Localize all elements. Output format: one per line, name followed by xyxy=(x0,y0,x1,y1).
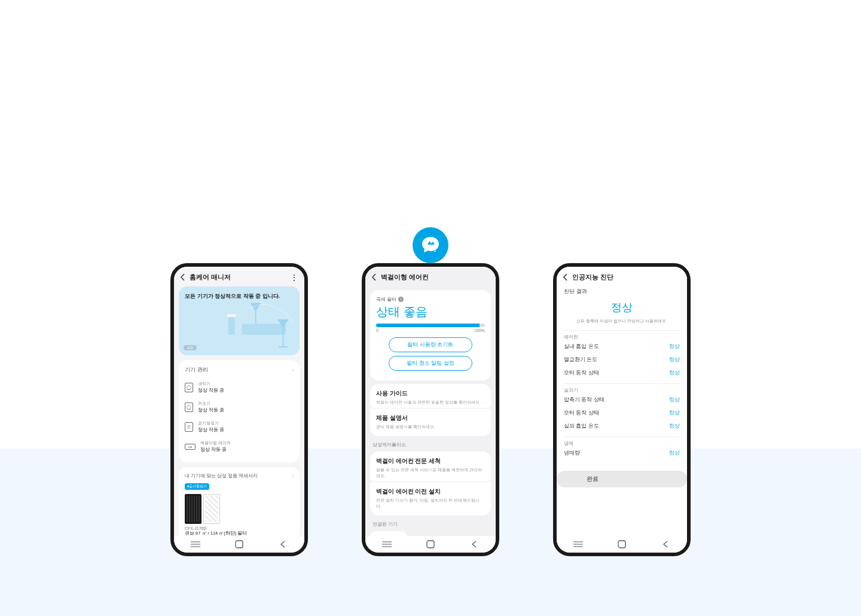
air-purifier-icon: ▯ xyxy=(185,422,193,432)
phone-homecare-manager: 홈케어 매니저 ⋮ 모든 기기가 정상적으로 작동 중 입니다. 1 xyxy=(170,263,308,556)
install-service-item[interactable]: 벽걸이 에어컨 이전 설치 전문 설치 기사가 철거, 이동, 설치까지 한 번… xyxy=(370,481,491,516)
recents-icon[interactable] xyxy=(381,541,392,547)
diag-value: 정상 xyxy=(669,370,680,377)
install-sub: 전문 설치 기사가 철거, 이동, 설치까지 한 번에 해드립니다. xyxy=(376,498,485,510)
connected-label: 연결된 기기 xyxy=(373,522,488,527)
accessory-title: 내 기기에 맞는 삼성 정품 액세서리 xyxy=(185,473,258,479)
device-care-title: 기기 관리 xyxy=(185,366,208,374)
back-icon[interactable] xyxy=(180,274,185,281)
back-icon[interactable] xyxy=(371,274,376,281)
done-button[interactable]: 완료 xyxy=(557,471,687,487)
wash-sub: 맡을 수 있는 전문 세척 서비스로 제품을 깨끗하게 관리하세요. xyxy=(376,467,485,479)
diag-row: 열교환기 온도정상 xyxy=(564,353,680,367)
scale-min: 0 xyxy=(376,328,378,333)
group-ac-label: 에어컨 xyxy=(564,330,680,340)
manual-sub: 공식 제품 설명서를 확인하세요. xyxy=(376,424,485,430)
svg-rect-14 xyxy=(427,541,434,548)
svg-rect-2 xyxy=(228,316,235,334)
group-ac: 에어컨 실내 흡입 온도정상 열교환기 온도정상 모터 동작 상태정상 xyxy=(564,330,680,380)
accessory-header[interactable]: 내 기기에 맞는 삼성 정품 액세서리 › xyxy=(185,473,294,479)
filter-scale: 0 100% xyxy=(376,328,485,333)
device-care-header[interactable]: 기기 관리 › xyxy=(185,366,294,374)
device-row-wall-ac[interactable]: ▭ 벽걸이형 에어컨 정상 작동 중 xyxy=(185,437,294,456)
device-name: 공기청정기 xyxy=(198,420,224,426)
home-icon[interactable] xyxy=(425,540,436,548)
careplus-label: 삼성케어플러스 xyxy=(373,442,488,448)
washer-icon: ◯ xyxy=(185,383,193,392)
android-navbar xyxy=(365,536,496,553)
chevron-right-icon: › xyxy=(292,367,294,373)
diag-label: 모터 동작 상태 xyxy=(564,410,599,417)
diag-value: 정상 xyxy=(669,356,680,364)
ai-support-icon xyxy=(413,227,448,263)
group-refrigerant: 냉매 냉매량정상 xyxy=(564,437,680,460)
recents-icon[interactable] xyxy=(573,541,584,547)
reset-filter-button[interactable]: 필터 사용량 초기화 xyxy=(389,337,472,352)
back-nav-icon[interactable] xyxy=(469,541,480,548)
group-refrig-label: 냉매 xyxy=(564,437,680,447)
header: 벽걸이형 에어컨 xyxy=(365,267,496,286)
device-status: 정상 작동 중 xyxy=(198,387,224,394)
phone-wall-ac-detail: 벽걸이형 에어컨 극세 필터 i 상태 좋음 0 100% 필터 사용량 초기화… xyxy=(362,263,499,556)
diag-label: 압축기 동작 상태 xyxy=(564,397,604,404)
header-title: 인공지능 진단 xyxy=(572,273,681,282)
wash-title: 벽걸이 에어컨 전문 세척 xyxy=(376,458,485,465)
home-icon[interactable] xyxy=(616,540,627,548)
home-icon[interactable] xyxy=(234,540,245,548)
svg-rect-18 xyxy=(618,541,625,548)
diag-value: 정상 xyxy=(669,450,680,457)
header-title: 벽걸이형 에어컨 xyxy=(381,273,490,282)
diagnosis-section-label: 진단 결과 xyxy=(564,288,680,295)
accessory-card: 내 기기에 맞는 삼성 정품 액세서리 › #공기청정기 CFX-J170D 큐… xyxy=(179,467,300,536)
install-title: 벽걸이 에어컨 이전 설치 xyxy=(376,488,485,496)
header: 인공지능 진단 xyxy=(557,267,687,286)
dryer-icon: ◯ xyxy=(185,402,193,412)
more-icon[interactable]: ⋮ xyxy=(290,273,298,282)
scale-max: 100% xyxy=(474,328,485,333)
diag-label: 실내 흡입 온도 xyxy=(564,343,599,350)
device-name: 건조기 xyxy=(198,401,224,407)
accessory-item[interactable]: #공기청정기 CFX-J170D 큐브 67 ㎡ / 114 ㎡(하단) 필터 xyxy=(185,483,294,536)
svg-rect-1 xyxy=(242,324,286,334)
diag-row: 실내 흡입 온도정상 xyxy=(564,340,680,353)
device-row-dryer[interactable]: ◯ 건조기 정상 작동 중 xyxy=(185,397,294,417)
diagnosis-result: 정상 xyxy=(557,300,687,315)
diag-label: 모터 동작 상태 xyxy=(564,370,599,377)
diag-row: 모터 동작 상태정상 xyxy=(564,407,680,420)
diag-row: 냉매량정상 xyxy=(564,447,680,460)
filter-status: 상태 좋음 xyxy=(376,304,485,320)
filter-label-row: 극세 필터 i xyxy=(376,296,485,303)
filter-label: 극세 필터 xyxy=(376,296,396,303)
guide-title: 사용 가이드 xyxy=(376,390,485,398)
device-status: 정상 작동 중 xyxy=(200,446,231,453)
filter-alert-button[interactable]: 필터 청소 알림 설정 xyxy=(389,356,472,371)
manual-title: 제품 설명서 xyxy=(376,414,485,422)
device-status: 정상 작동 중 xyxy=(198,426,224,433)
diag-value: 정상 xyxy=(669,397,680,404)
filter-usage-bar xyxy=(376,324,485,327)
connected-device-tile[interactable]: 벽걸이형 에어컨 xyxy=(370,531,407,536)
diag-label: 열교환기 온도 xyxy=(564,356,597,364)
hero-text: 모든 기기가 정상적으로 작동 중 입니다. xyxy=(185,292,280,300)
hero-banner[interactable]: 모든 기기가 정상적으로 작동 중 입니다. 1/3 xyxy=(179,286,300,355)
back-nav-icon[interactable] xyxy=(277,541,288,548)
diag-value: 정상 xyxy=(669,343,680,350)
recents-icon[interactable] xyxy=(190,541,201,547)
manual-item[interactable]: 제품 설명서 공식 제품 설명서를 확인하세요. xyxy=(370,408,491,436)
svg-rect-3 xyxy=(227,314,236,318)
back-icon[interactable] xyxy=(563,274,567,281)
wash-service-item[interactable]: 벽걸이 에어컨 전문 세척 맡을 수 있는 전문 세척 서비스로 제품을 깨끗하… xyxy=(370,452,491,485)
device-name: 세탁기 xyxy=(198,381,224,387)
device-row-air-purifier[interactable]: ▯ 공기청정기 정상 작동 중 xyxy=(185,417,294,437)
header-title: 홈케어 매니저 xyxy=(190,273,290,282)
back-nav-icon[interactable] xyxy=(660,541,671,548)
header: 홈케어 매니저 ⋮ xyxy=(174,267,304,286)
phone-ai-diagnosis: 인공지능 진단 진단 결과 정상 모든 항목에 이상이 없으니 안심하고 사용하… xyxy=(553,263,691,556)
diag-label: 실외 흡입 온도 xyxy=(564,423,599,430)
diag-label: 냉매량 xyxy=(564,450,580,457)
device-row-washer[interactable]: ◯ 세탁기 정상 작동 중 xyxy=(185,377,294,397)
info-icon[interactable]: i xyxy=(398,297,404,302)
device-care-card: 기기 관리 › ◯ 세탁기 정상 작동 중 ◯ 건조기 정상 작동 중 xyxy=(179,360,300,462)
accessory-desc: 큐브 67 ㎡ / 114 ㎡(하단) 필터 xyxy=(185,530,294,536)
group-outdoor: 실외기 압축기 동작 상태정상 모터 동작 상태정상 실외 흡입 온도정상 xyxy=(564,383,680,433)
